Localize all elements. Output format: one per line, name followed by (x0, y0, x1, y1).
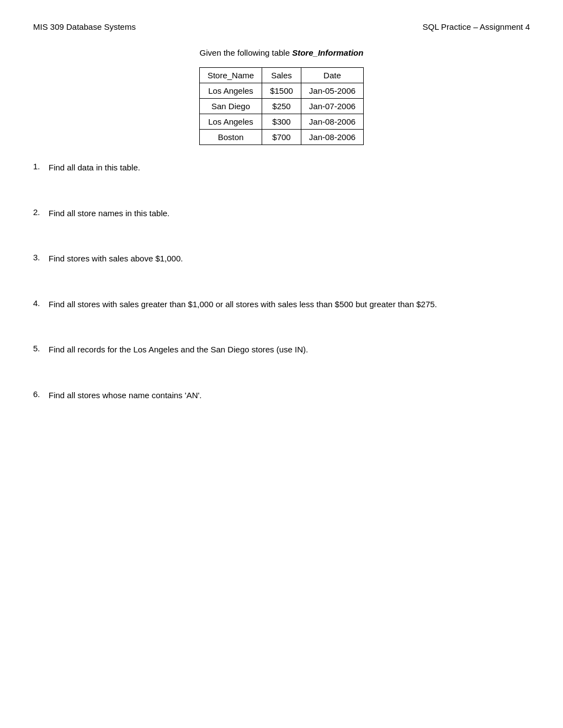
question-number-4: 4. (33, 298, 49, 308)
question-text-1: Find all data in this table. (49, 162, 140, 174)
table-row: Los Angeles$300Jan-08-2006 (199, 114, 363, 130)
question-number-3: 3. (33, 253, 49, 262)
store-information-table: Store_Name Sales Date Los Angeles$1500Ja… (199, 67, 364, 145)
table-cell-1-2: Jan-07-2006 (301, 99, 363, 114)
table-header-row: Store_Name Sales Date (199, 68, 363, 83)
table-cell-2-1: $300 (262, 114, 301, 130)
table-cell-0-1: $1500 (262, 83, 301, 99)
question-item-1: 1.Find all data in this table. (33, 162, 530, 174)
page-header: MIS 309 Database Systems SQL Practice – … (33, 22, 530, 31)
question-number-5: 5. (33, 344, 49, 353)
question-number-6: 6. (33, 389, 49, 399)
question-item-6: 6.Find all stores whose name contains 'A… (33, 389, 530, 402)
table-row: Los Angeles$1500Jan-05-2006 (199, 83, 363, 99)
question-number-2: 2. (33, 207, 49, 217)
table-cell-1-1: $250 (262, 99, 301, 114)
table-row: Boston$700Jan-08-2006 (199, 130, 363, 145)
question-number-1: 1. (33, 162, 49, 171)
table-row: San Diego$250Jan-07-2006 (199, 99, 363, 114)
col-header-date: Date (301, 68, 363, 83)
table-cell-2-0: Los Angeles (199, 114, 262, 130)
question-text-2: Find all store names in this table. (49, 207, 169, 220)
question-text-4: Find all stores with sales greater than … (49, 298, 437, 311)
table-cell-3-1: $700 (262, 130, 301, 145)
table-cell-3-2: Jan-08-2006 (301, 130, 363, 145)
course-title: MIS 309 Database Systems (33, 22, 136, 31)
intro-text: Given the following table Store_Informat… (33, 48, 530, 57)
table-cell-2-2: Jan-08-2006 (301, 114, 363, 130)
question-text-3: Find stores with sales above $1,000. (49, 253, 183, 265)
question-item-3: 3.Find stores with sales above $1,000. (33, 253, 530, 265)
question-text-5: Find all records for the Los Angeles and… (49, 344, 308, 356)
table-name-bold: Store_Information (292, 48, 363, 57)
intro-prefix: Given the following table (200, 48, 293, 57)
table-cell-0-2: Jan-05-2006 (301, 83, 363, 99)
assignment-title: SQL Practice – Assignment 4 (422, 22, 530, 31)
table-cell-1-0: San Diego (199, 99, 262, 114)
table-cell-0-0: Los Angeles (199, 83, 262, 99)
col-header-sales: Sales (262, 68, 301, 83)
question-item-2: 2.Find all store names in this table. (33, 207, 530, 220)
question-item-4: 4.Find all stores with sales greater tha… (33, 298, 530, 311)
table-container: Store_Name Sales Date Los Angeles$1500Ja… (33, 67, 530, 145)
col-header-store-name: Store_Name (199, 68, 262, 83)
table-cell-3-0: Boston (199, 130, 262, 145)
question-text-6: Find all stores whose name contains 'AN'… (49, 389, 202, 402)
question-item-5: 5.Find all records for the Los Angeles a… (33, 344, 530, 356)
questions-list: 1.Find all data in this table.2.Find all… (33, 162, 530, 402)
